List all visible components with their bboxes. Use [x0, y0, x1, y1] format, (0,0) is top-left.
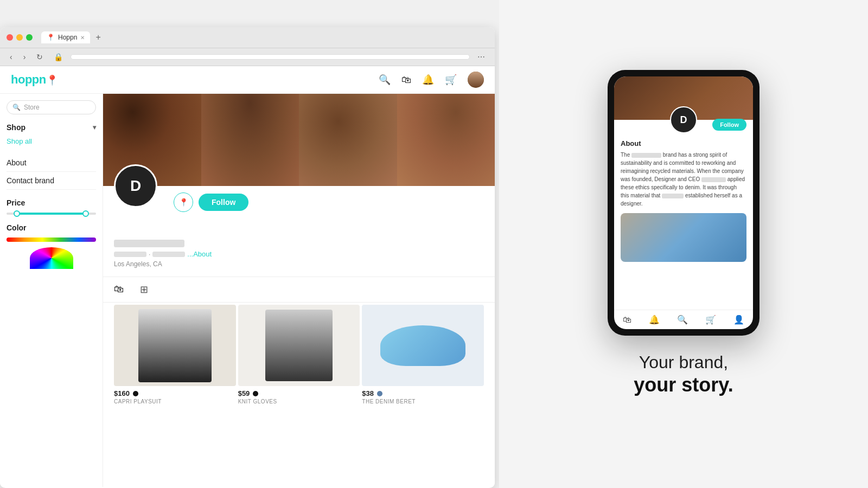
product-grid: $160 CAPRI PLAYSUIT $59: [103, 303, 495, 415]
ceo-name-blur: [701, 177, 726, 182]
phone-about-title: About: [621, 139, 746, 147]
color-filter-section: Color: [7, 223, 96, 269]
phone-header-image: D Follow: [614, 76, 753, 120]
product-card-2[interactable]: $59 KNIT GLOVES: [238, 305, 360, 404]
sidebar-search[interactable]: 🔍 Store: [7, 100, 96, 114]
product-color-dot-3: [377, 391, 382, 396]
phone-profile-avatar: D: [670, 106, 697, 133]
location-button[interactable]: 📍: [174, 192, 193, 212]
product-name-3: THE DENIM BERET: [362, 399, 484, 404]
tagline-line1: Your brand,: [634, 352, 733, 373]
avatar[interactable]: [468, 72, 484, 88]
tab-favicon: 📍: [47, 34, 55, 41]
product-name-2: KNIT GLOVES: [238, 399, 360, 404]
price-label: Price: [7, 198, 96, 207]
sidebar-shop-all-link[interactable]: Shop all: [7, 135, 96, 147]
tab-close-icon[interactable]: ✕: [80, 35, 85, 41]
brand-location: Los Angeles, CA: [114, 260, 484, 268]
phone-mockup: D Follow About The brand has a strong sp…: [608, 70, 760, 336]
app-logo: hoppn📍: [11, 73, 58, 87]
product-card-1[interactable]: $160 CAPRI PLAYSUIT: [114, 305, 236, 404]
product-image-1: [114, 305, 236, 386]
phone-nav-search-icon[interactable]: 🔍: [677, 314, 688, 325]
phone-about-text: The brand has a strong spirit of sustain…: [621, 151, 746, 208]
forward-button[interactable]: ›: [20, 52, 29, 62]
sidebar-shop-section: Shop ▾ Shop all: [7, 123, 96, 147]
product-price-1: $160: [114, 389, 236, 397]
phone-nav-shop-icon[interactable]: 🛍: [623, 315, 631, 325]
phone-nav-profile-icon[interactable]: 👤: [733, 314, 744, 325]
product-price-2: $59: [238, 389, 360, 397]
product-hat: [380, 325, 465, 366]
sidebar-contact-brand-item[interactable]: Contact brand: [7, 172, 96, 190]
brand-name-blur: [114, 240, 184, 247]
sidebar-about-item[interactable]: About: [7, 154, 96, 172]
product-image-3: [362, 305, 484, 386]
bag-icon[interactable]: 🛍: [401, 74, 411, 86]
new-tab-button[interactable]: +: [92, 31, 104, 43]
price-slider-thumb-right[interactable]: [82, 210, 89, 217]
search-icon[interactable]: 🔍: [379, 74, 391, 86]
product-card-3[interactable]: $38 THE DENIM BERET: [362, 305, 484, 404]
sidebar-search-icon: 🔍: [12, 104, 21, 111]
cart-icon[interactable]: 🛒: [445, 74, 457, 86]
brand-info: · ...About Los Angeles, CA: [114, 238, 484, 268]
phone-nav-cart-icon[interactable]: 🛒: [705, 314, 716, 325]
stat-followers: [114, 252, 146, 257]
more-options-button[interactable]: ⋯: [474, 52, 488, 62]
phone-avatar-letter: D: [680, 114, 687, 126]
follow-button[interactable]: Follow: [199, 194, 248, 211]
refresh-button[interactable]: ↻: [33, 52, 46, 62]
bell-icon[interactable]: 🔔: [422, 74, 434, 86]
tab-grid[interactable]: ⊞: [140, 284, 148, 296]
profile-section: D 📍 Follow · ...A: [103, 186, 495, 277]
hero-banner: [103, 94, 495, 186]
phone-follow-button[interactable]: Follow: [712, 119, 746, 131]
browser-window: 📍 Hoppn ✕ + ‹ › ↻ 🔒 ⋯ hoppn📍: [0, 27, 495, 488]
price-slider[interactable]: [7, 213, 96, 215]
right-panel: D Follow About The brand has a strong sp…: [499, 0, 868, 488]
phone-nav-bell-icon[interactable]: 🔔: [649, 314, 660, 325]
hero-people: [103, 94, 495, 186]
phone-screen: D Follow About The brand has a strong sp…: [614, 76, 753, 329]
browser-tab[interactable]: 📍 Hoppn ✕: [41, 31, 90, 43]
sidebar: 🔍 Store Shop ▾ Shop all About Contact br…: [0, 94, 103, 487]
product-price-3: $38: [362, 389, 484, 397]
tab-bar: 📍 Hoppn ✕ +: [41, 31, 104, 43]
main-layout: 🔍 Store Shop ▾ Shop all About Contact br…: [0, 94, 495, 487]
stat-posts: [152, 252, 185, 257]
price-slider-fill: [16, 213, 87, 215]
traffic-lights: [7, 34, 33, 41]
phone-body: About The brand has a strong spirit of s…: [614, 120, 753, 310]
browser-nav: ‹ › ↻ 🔒 ⋯: [0, 48, 495, 66]
about-link[interactable]: ...About: [187, 250, 212, 258]
content-area: D 📍 Follow · ...A: [103, 94, 495, 487]
sidebar-search-placeholder: Store: [24, 104, 40, 111]
back-button[interactable]: ‹: [7, 52, 16, 62]
url-bar[interactable]: [71, 54, 470, 60]
lock-icon: 🔒: [50, 52, 66, 62]
close-button[interactable]: [7, 34, 13, 41]
app-content: hoppn📍 🔍 🛍 🔔 🛒 🔍 Store: [0, 66, 495, 487]
maximize-button[interactable]: [26, 34, 33, 41]
tagline: Your brand, your story.: [634, 352, 733, 396]
minimize-button[interactable]: [16, 34, 23, 41]
tab-title: Hoppn: [58, 34, 77, 41]
phone-product-inner: [621, 213, 746, 262]
brand-name: [114, 238, 484, 248]
price-slider-thumb-left[interactable]: [14, 210, 20, 217]
sidebar-shop-header[interactable]: Shop ▾: [7, 123, 96, 132]
app-header: hoppn📍 🔍 🛍 🔔 🛒: [0, 66, 495, 94]
chevron-down-icon: ▾: [93, 124, 96, 131]
color-wheel[interactable]: [30, 247, 73, 269]
profile-avatar: D: [114, 164, 157, 208]
header-actions: 🔍 🛍 🔔 🛒: [379, 72, 484, 88]
color-slider[interactable]: [7, 237, 96, 242]
shop-tab-icon: 🛍: [114, 284, 124, 295]
product-color-dot-1: [133, 391, 138, 396]
logo-pin-icon: 📍: [46, 75, 58, 86]
phone-bottom-nav: 🛍 🔔 🔍 🛒 👤: [614, 310, 753, 329]
hero-person-3: [299, 94, 397, 186]
brand-name-blur-phone: [631, 153, 661, 158]
tab-shop[interactable]: 🛍: [114, 284, 124, 296]
